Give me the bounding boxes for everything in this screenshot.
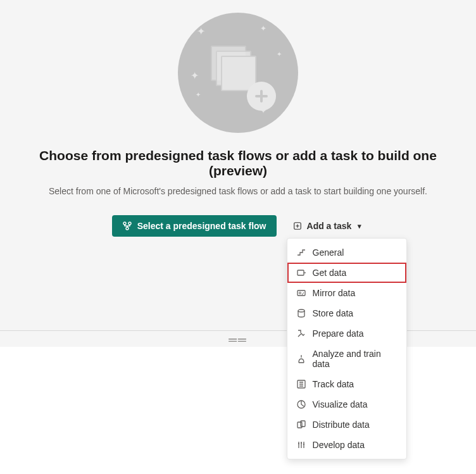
data-in-icon	[296, 268, 306, 278]
dropdown-item-label: Mirror data	[313, 288, 356, 298]
dropdown-item-mirror-data[interactable]: Mirror data	[287, 283, 406, 303]
page-heading: Choose from predesigned task flows or ad…	[0, 148, 476, 178]
add-task-label: Add a task	[307, 221, 352, 231]
dropdown-item-analyze-and-train-data[interactable]: Analyze and train data	[287, 344, 406, 374]
dropdown-item-label: Get data	[313, 268, 347, 278]
dropdown-item-label: Distribute data	[313, 420, 370, 430]
hero-illustration: ✦ ✦ ✦ ✦ ✦ ✦	[178, 13, 298, 133]
add-task-button[interactable]: Add a task ▾	[291, 215, 365, 237]
dropdown-item-label: Visualize data	[313, 399, 368, 409]
develop-icon	[296, 440, 306, 450]
analyze-icon	[296, 354, 306, 364]
svg-point-7	[298, 309, 304, 312]
dropdown-item-get-data[interactable]: Get data	[287, 263, 406, 283]
dropdown-item-label: General	[313, 247, 344, 258]
dropdown-item-develop-data[interactable]: Develop data	[287, 435, 406, 455]
store-icon	[296, 308, 306, 318]
svg-rect-11	[301, 421, 305, 427]
svg-point-6	[299, 292, 301, 294]
svg-point-0	[123, 222, 126, 225]
dropdown-item-track-data[interactable]: Track data	[287, 374, 406, 394]
track-icon	[296, 379, 306, 389]
chevron-down-icon: ▾	[358, 222, 361, 230]
dropdown-item-label: Store data	[313, 308, 354, 318]
svg-point-1	[128, 222, 131, 225]
svg-point-2	[126, 227, 128, 230]
select-predesigned-flow-button[interactable]: Select a predesigned task flow	[112, 215, 277, 237]
svg-rect-10	[298, 422, 302, 428]
dropdown-item-prepare-data[interactable]: Prepare data	[287, 323, 406, 344]
dropdown-item-distribute-data[interactable]: Distribute data	[287, 415, 406, 435]
prepare-icon	[296, 328, 306, 339]
dropdown-item-visualize-data[interactable]: Visualize data	[287, 394, 406, 415]
visualize-icon	[296, 399, 306, 409]
dropdown-item-label: Prepare data	[313, 328, 364, 339]
select-predesigned-flow-label: Select a predesigned task flow	[137, 221, 266, 231]
svg-rect-4	[298, 270, 304, 275]
dropdown-item-label: Develop data	[313, 440, 365, 450]
dropdown-item-store-data[interactable]: Store data	[287, 303, 406, 323]
flow-icon	[122, 221, 132, 231]
dropdown-item-general[interactable]: General	[287, 242, 406, 263]
page-subheading: Select from one of Microsoft's predesign…	[0, 186, 476, 196]
add-icon	[293, 221, 302, 230]
step-icon	[296, 247, 306, 258]
distribute-icon	[296, 420, 306, 430]
dropdown-item-label: Analyze and train data	[313, 349, 398, 369]
mirror-icon	[296, 288, 306, 298]
add-task-dropdown: GeneralGet dataMirror dataStore dataPrep…	[287, 238, 407, 459]
dropdown-item-label: Track data	[313, 379, 354, 389]
